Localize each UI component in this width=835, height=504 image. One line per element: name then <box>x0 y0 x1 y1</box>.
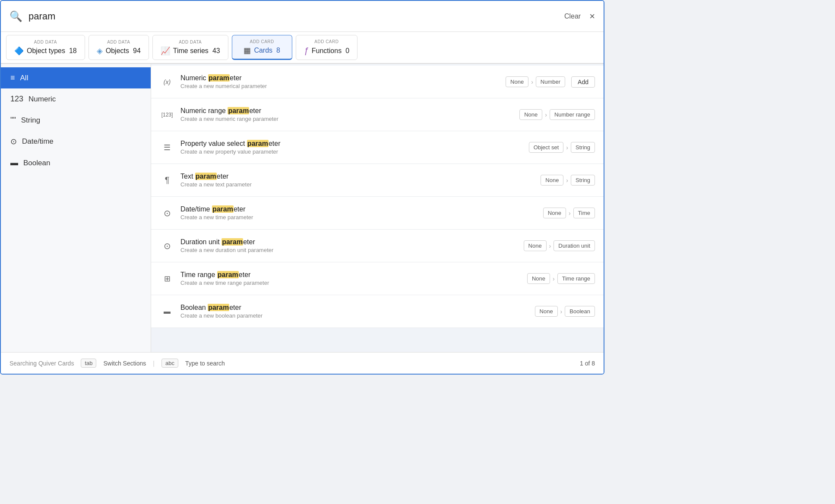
result-text-parameter-actions: None›String <box>541 175 595 186</box>
tab-cards-name: Cards <box>254 47 272 54</box>
clear-button[interactable]: Clear <box>564 13 581 20</box>
list-item: ⊙Duration unit parameterCreate a new dur… <box>151 230 604 262</box>
result-boolean-parameter-icon: ▬ <box>160 308 174 315</box>
tab-object-types-count: 18 <box>69 47 77 55</box>
result-property-value-select-parameter-title: Property value select parameter <box>180 140 523 148</box>
tab-objects-name: Objects <box>106 47 129 55</box>
result-numeric-range-parameter-title: Numeric range parameter <box>180 107 513 115</box>
tab-time-series-icon: 📈 <box>161 46 170 56</box>
result-numeric-parameter-add-button[interactable]: Add <box>571 76 595 88</box>
result-text-parameter-icon: ¶ <box>160 175 174 185</box>
list-item: ☰Property value select parameterCreate a… <box>151 131 604 164</box>
result-time-range-parameter-desc: Create a new time range parameter <box>180 280 521 286</box>
list-item: [123]Numeric range parameterCreate a new… <box>151 98 604 131</box>
result-property-value-select-parameter-icon: ☰ <box>160 143 174 152</box>
result-numeric-range-parameter-from-type: None <box>519 109 542 120</box>
result-datetime-parameter-arrow: › <box>569 210 571 217</box>
tab-time-series[interactable]: ADD DATA📈Time series43 <box>152 35 228 60</box>
abc-action-label: Type to search <box>185 360 225 367</box>
result-numeric-parameter-arrow: › <box>531 79 533 85</box>
result-boolean-parameter-to-type: Boolean <box>565 306 595 317</box>
close-button[interactable]: × <box>589 11 595 22</box>
sidebar-item-datetime[interactable]: ⊙Date/time <box>1 131 151 152</box>
tab-key-badge: tab <box>81 359 96 368</box>
result-time-range-parameter-to-type: Time range <box>557 273 595 284</box>
tab-object-types-icon: 🔷 <box>14 46 24 56</box>
result-property-value-select-parameter-actions: Object set›String <box>529 142 595 153</box>
result-duration-unit-parameter-arrow: › <box>549 243 551 249</box>
result-duration-unit-parameter-from-type: None <box>524 240 547 251</box>
tab-object-types[interactable]: ADD DATA🔷Object types18 <box>6 35 85 60</box>
search-icon: 🔍 <box>9 10 22 22</box>
result-property-value-select-parameter-desc: Create a new property value parameter <box>180 148 523 155</box>
result-datetime-parameter-to-type: Time <box>573 208 595 218</box>
result-boolean-parameter-title: Boolean parameter <box>180 304 529 312</box>
result-datetime-parameter-actions: None›Time <box>543 208 595 218</box>
search-input[interactable] <box>28 11 564 22</box>
result-text-parameter-from-type: None <box>541 175 563 186</box>
result-numeric-range-parameter-actions: None›Number range <box>519 109 595 120</box>
result-boolean-parameter-arrow: › <box>560 308 563 315</box>
result-datetime-parameter-text: Date/time parameterCreate a new time par… <box>180 205 537 220</box>
bottom-bar: Searching Quiver Cards tab Switch Sectio… <box>1 352 604 374</box>
result-property-value-select-parameter-from-type: Object set <box>529 142 564 153</box>
abc-key-badge: abc <box>161 359 178 368</box>
result-duration-unit-parameter-text: Duration unit parameterCreate a new dura… <box>180 238 518 253</box>
sidebar-item-all[interactable]: ≡All <box>1 67 151 88</box>
tab-action-label: Switch Sections <box>103 360 146 367</box>
sidebar-all-label: All <box>20 74 28 82</box>
result-property-value-select-parameter-text: Property value select parameterCreate a … <box>180 140 523 155</box>
result-duration-unit-parameter-to-type: Duration unit <box>554 240 595 251</box>
result-boolean-parameter-from-type: None <box>535 306 558 317</box>
tab-functions[interactable]: ADD CARDƒFunctions0 <box>296 35 357 60</box>
result-text-parameter-arrow: › <box>566 177 568 184</box>
tab-object-types-name: Object types <box>27 47 65 55</box>
page-info: 1 of 8 <box>580 360 595 367</box>
result-property-value-select-parameter-arrow: › <box>566 144 568 151</box>
tab-bar: ADD DATA🔷Object types18ADD DATA◈Objects9… <box>1 32 604 64</box>
result-duration-unit-parameter-actions: None›Duration unit <box>524 240 595 251</box>
sidebar-item-numeric[interactable]: 123Numeric <box>1 88 151 110</box>
result-datetime-parameter-icon: ⊙ <box>160 208 174 218</box>
search-bar: 🔍 Clear × <box>1 1 604 32</box>
result-datetime-parameter-from-type: None <box>543 208 566 218</box>
result-boolean-parameter-text: Boolean parameterCreate a new boolean pa… <box>180 304 529 319</box>
tab-cards[interactable]: ADD CARD▦Cards8 <box>232 35 292 60</box>
tab-object-types-top-label: ADD DATA <box>34 40 57 44</box>
result-numeric-parameter-desc: Create a new numerical parameter <box>180 83 500 89</box>
result-time-range-parameter-icon: ⊞ <box>160 274 174 284</box>
tab-objects[interactable]: ADD DATA◈Objects94 <box>89 35 149 60</box>
list-item: ¶Text parameterCreate a new text paramet… <box>151 164 604 197</box>
result-datetime-parameter-title: Date/time parameter <box>180 205 537 213</box>
result-numeric-parameter-icon: (x) <box>160 79 174 85</box>
sidebar-numeric-label: Numeric <box>28 95 56 104</box>
list-item: (x)Numeric parameterCreate a new numeric… <box>151 66 604 98</box>
sidebar: ≡All123Numeric""String⊙Date/time▬Boolean <box>1 64 151 352</box>
sidebar-numeric-icon: 123 <box>10 94 23 104</box>
sidebar-datetime-label: Date/time <box>22 137 54 146</box>
tab-functions-name: Functions <box>312 47 342 55</box>
sidebar-item-string[interactable]: ""String <box>1 110 151 131</box>
separator: | <box>153 360 155 367</box>
list-item: ⊙Date/time parameterCreate a new time pa… <box>151 197 604 230</box>
tab-objects-count: 94 <box>133 47 141 55</box>
result-text-parameter-to-type: String <box>571 175 595 186</box>
sidebar-all-icon: ≡ <box>10 73 15 82</box>
tab-cards-count: 8 <box>276 47 280 54</box>
tab-objects-top-label: ADD DATA <box>107 40 130 44</box>
result-numeric-range-parameter-icon: [123] <box>160 112 174 118</box>
list-item: ⊞Time range parameterCreate a new time r… <box>151 262 604 295</box>
result-boolean-parameter-actions: None›Boolean <box>535 306 595 317</box>
result-boolean-parameter-desc: Create a new boolean parameter <box>180 312 529 319</box>
main-content: ≡All123Numeric""String⊙Date/time▬Boolean… <box>1 64 604 352</box>
result-duration-unit-parameter-title: Duration unit parameter <box>180 238 518 246</box>
tab-time-series-count: 43 <box>212 47 220 55</box>
sidebar-item-boolean[interactable]: ▬Boolean <box>1 152 151 173</box>
result-duration-unit-parameter-icon: ⊙ <box>160 241 174 251</box>
results-list: (x)Numeric parameterCreate a new numeric… <box>151 64 604 352</box>
result-time-range-parameter-arrow: › <box>553 275 555 282</box>
result-text-parameter-title: Text parameter <box>180 173 535 180</box>
result-numeric-parameter-title: Numeric parameter <box>180 74 500 82</box>
tab-functions-top-label: ADD CARD <box>314 39 338 44</box>
result-numeric-range-parameter-text: Numeric range parameterCreate a new nume… <box>180 107 513 122</box>
